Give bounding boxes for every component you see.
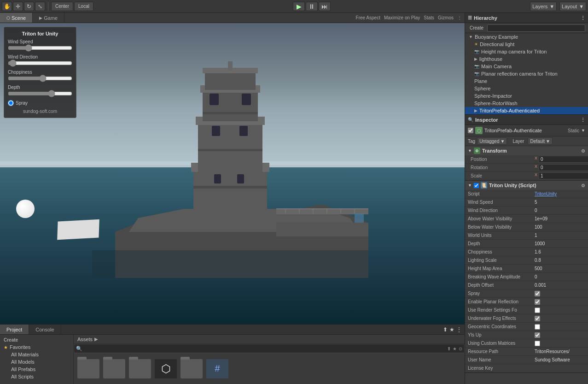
wind-speed-slider[interactable] [8, 45, 72, 51]
asset-folder-3[interactable] [129, 359, 151, 378]
wind-direction-group: Wind Direction [8, 54, 72, 67]
rotate-tool-btn[interactable]: ↻ [24, 2, 34, 11]
h-item-sphere-rotorwash[interactable]: Sphere-RotorWash [465, 100, 588, 107]
pos-x-field[interactable] [539, 156, 588, 163]
prop-row-19: Resource PathTritonResources/ [465, 348, 588, 356]
h-item-directional[interactable]: ☀ Directional light [465, 41, 588, 48]
triton-script-settings-icon[interactable]: ⚙ [581, 183, 585, 188]
triton-script-icon: 📜 [481, 182, 487, 189]
prop-row-1: Wind Speed5 [465, 198, 588, 207]
h-item-sphere[interactable]: Sphere [465, 85, 588, 92]
prop-checkbox-17[interactable] [535, 332, 540, 338]
static-arrow[interactable]: ▼ [581, 128, 585, 133]
triton-panel-title: Triton for Unity [8, 31, 72, 36]
assets-header: Assets ▶ [74, 335, 465, 344]
rotation-label: Rotation [468, 164, 535, 171]
triton-script-header[interactable]: ▼ 📜 Triton Unity (Script) ⚙ [465, 181, 588, 190]
depth-slider[interactable] [8, 91, 72, 96]
layer-dropdown[interactable]: Default ▼ [528, 137, 553, 145]
prop-row-5: World Units1 [465, 231, 588, 240]
stats-label[interactable]: Stats [424, 15, 434, 20]
center-btn[interactable]: Center [51, 2, 73, 11]
h-label-tritonprefab: TritonPrefab-Authenticated [479, 108, 540, 113]
transform-settings-icon[interactable]: ⚙ [581, 148, 585, 154]
prop-row-20: User NameSundog Software [465, 356, 588, 364]
layers-arrow: ▼ [549, 4, 554, 9]
object-active-checkbox[interactable] [468, 128, 473, 133]
tab-console[interactable]: Console [29, 325, 61, 334]
pause-btn[interactable]: ⏸ [306, 2, 318, 11]
h-item-tritonprefab[interactable]: ▶ TritonPrefab-Authenticated [465, 107, 588, 114]
prop-checkbox-18[interactable] [535, 341, 540, 346]
project-icon1[interactable]: ⬆ [443, 326, 448, 333]
step-btn[interactable]: ⏭ [319, 2, 331, 11]
tab-project[interactable]: Project [0, 325, 29, 334]
scale-x-field[interactable] [539, 172, 588, 179]
asset-folder-1[interactable] [77, 359, 99, 378]
gizmos-label[interactable]: Gizmos [438, 15, 454, 20]
hierarchy-create-btn[interactable]: Create [468, 25, 485, 30]
svg-rect-13 [242, 94, 251, 105]
h-item-lighthouse[interactable]: ▶ lighthouse [465, 55, 588, 63]
free-aspect-label[interactable]: Free Aspect [356, 15, 380, 20]
prop-checkbox-14[interactable] [535, 307, 540, 313]
layers-dropdown[interactable]: Layers ▼ [530, 2, 557, 11]
triton-script-enable-checkbox[interactable] [474, 183, 479, 188]
h-item-heightmap[interactable]: 📷 Height map camera for Triton [465, 48, 588, 55]
prop-label-19: Resource Path [468, 349, 535, 354]
choppiness-group: Choppiness [8, 70, 72, 82]
hierarchy-search-input[interactable] [487, 24, 585, 32]
scene-tab-options: Free Aspect Maximize on Play Stats Gizmo… [353, 13, 465, 23]
prop-checkbox-13[interactable] [535, 299, 540, 305]
prop-checkbox-15[interactable] [535, 316, 540, 321]
h-label-heightmap: Height map camera for Triton [481, 49, 547, 54]
sidebar-all-models[interactable]: All Models [2, 358, 71, 366]
project-tab-right: ⬆ ★ ⋮ [440, 325, 465, 334]
hierarchy-title: Hierarchy [474, 15, 497, 21]
project-icon3[interactable]: ⋮ [456, 326, 462, 333]
prop-link-0[interactable]: TritonUnity [535, 191, 585, 196]
wind-direction-slider[interactable] [8, 60, 72, 66]
svg-rect-30 [92, 250, 368, 278]
prop-checkbox-12[interactable] [535, 291, 540, 296]
tab-scene[interactable]: ⬡ Scene [0, 13, 33, 23]
prop-value-5: 1 [535, 233, 585, 238]
maximize-label[interactable]: Maximize on Play [384, 15, 420, 20]
h-item-buoyancy[interactable]: ▼ Buoyancy Example [465, 33, 588, 41]
h-item-maincamera[interactable]: 📷 Main Camera [465, 63, 588, 70]
tag-dropdown[interactable]: Untagged ▼ [477, 137, 507, 145]
sidebar-favorites[interactable]: ★ Favorites [2, 343, 71, 351]
sidebar-all-scripts[interactable]: All Scripts [2, 373, 71, 380]
tab-game[interactable]: ▶ Game [33, 13, 64, 23]
inspector-options-icon[interactable]: ⋮ [581, 117, 585, 122]
project-icon2[interactable]: ★ [449, 326, 454, 333]
h-item-plane[interactable]: Plane [465, 77, 588, 85]
play-btn[interactable]: ▶ [293, 2, 305, 11]
sidebar-all-prefabs[interactable]: All Prefabs [2, 366, 71, 373]
asset-folder-2[interactable] [103, 359, 125, 378]
choppiness-slider[interactable] [8, 76, 72, 81]
sidebar-all-materials[interactable]: All Materials [2, 351, 71, 358]
scene-options-icon[interactable]: ⋮ [457, 15, 462, 20]
hierarchy-options-icon[interactable]: ⋮ [581, 15, 585, 20]
asset-unity-1[interactable]: ⬡ [155, 359, 177, 378]
hand-tool-btn[interactable]: ✋ [2, 2, 12, 11]
scene-viewport[interactable]: Triton for Unity Wind Speed Wind Directi… [0, 23, 465, 324]
search-input[interactable] [84, 346, 445, 351]
assets-content: ⬡ # [74, 353, 465, 384]
create-btn[interactable]: Create [4, 337, 18, 343]
move-tool-btn[interactable]: ✛ [13, 2, 23, 11]
light-sphere [16, 200, 35, 218]
asset-folder-4[interactable] [180, 359, 203, 378]
h-item-sphere-impactor[interactable]: Sphere-Impactor [465, 92, 588, 100]
h-item-planar[interactable]: 📷 Planar reflection camera for Triton [465, 70, 588, 77]
asset-script-1[interactable]: # [206, 359, 228, 378]
scale-tool-btn[interactable]: ⤡ [35, 2, 45, 11]
layout-dropdown[interactable]: Layout ▼ [559, 2, 586, 11]
spray-radio[interactable] [8, 100, 14, 106]
local-btn[interactable]: Local [74, 2, 93, 11]
transform-header[interactable]: ▼ ⊕ Transform ⚙ [465, 146, 588, 155]
tag-arrow: ▼ [501, 139, 505, 144]
prop-checkbox-16[interactable] [535, 324, 540, 330]
rot-x-field[interactable] [539, 164, 588, 171]
